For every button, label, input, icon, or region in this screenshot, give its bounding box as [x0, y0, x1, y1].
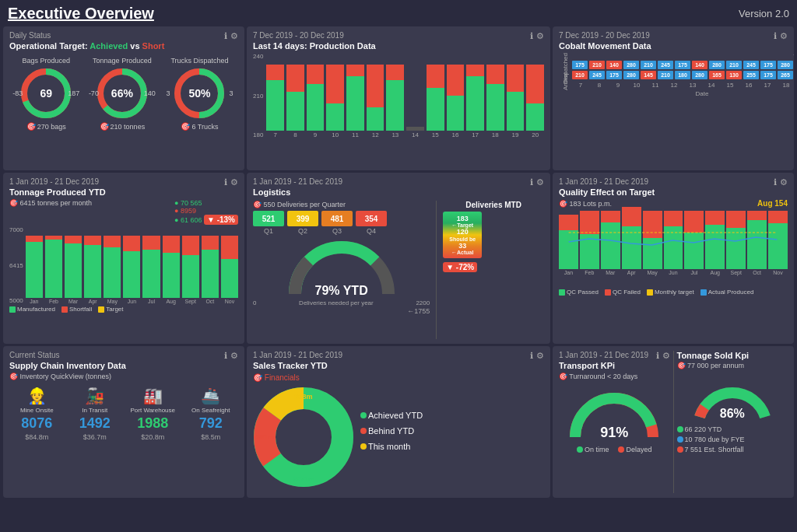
transport-panel: 1 Jan 2019 - 21 Dec 2019 Transport KPi ℹ… — [553, 346, 794, 498]
ytd-bars: Jan Feb Mar Apr May Jun Jul Aug Sept Oct… — [26, 226, 238, 304]
aug-label: Aug 154 — [757, 199, 788, 208]
tonnage-ytd-panel: 1 Jan 2019 - 21 Dec 2019 Tonnage Produce… — [3, 173, 244, 344]
mtd-trend-badge: ▼ -72% — [443, 262, 477, 272]
dispatched-row: 175 210 140 280 210 245 175 140 280 210 … — [572, 61, 794, 69]
tonnage-label: Tonnage Produced — [93, 57, 152, 65]
header-row: Executive Overview Version 2.0 — [3, 3, 794, 24]
daily-status-gauges: Bags Produced 69 -83 187 🎯 270 bags — [9, 57, 238, 131]
info-icon[interactable]: ℹ — [656, 351, 659, 361]
prod-panel-icons[interactable]: ℹ ⚙ — [530, 31, 544, 41]
current-val-label: ←1755 — [253, 307, 430, 315]
prod-y-axis: 240 210 180 — [253, 53, 265, 138]
seafreight-value: 792 — [199, 415, 223, 432]
prod-panel-header: 7 Dec 2019 - 20 Dec 2019 Last 14 days: P… — [253, 31, 544, 51]
bar-10: 10 — [326, 65, 344, 138]
sales-title: Sales Tracker YTD — [253, 361, 342, 370]
info-icon[interactable]: ℹ — [530, 177, 533, 187]
cobalt-row-labels: Dispatched Arrival — [559, 53, 570, 97]
quality-title: Quality Effect on Target — [559, 187, 655, 197]
cobalt-icons[interactable]: ℹ ⚙ — [774, 31, 788, 41]
transit-icon: 🚂 — [85, 387, 104, 405]
achieved-ytd-legend: Achieved YTD — [360, 411, 423, 420]
prod-date-range: 7 Dec 2019 - 20 Dec 2019 — [253, 31, 376, 40]
settings-icon[interactable]: ⚙ — [230, 31, 238, 41]
tonnage-sold-title: Tonnage Sold Kpi — [677, 351, 788, 360]
quality-legend: QC Passed QC Failed Monthly target Actua… — [559, 289, 788, 296]
supply-header: Current Status Supply Chain Inventory Da… — [9, 351, 238, 370]
target-icon: 🎯 — [9, 373, 18, 380]
tonnage-sold-legend: 66 220 YTD 10 780 due by FYE 7 551 Est. … — [677, 425, 788, 453]
tonnage-kpi: ● 70 565 ● 8959 ● 61 606 ▼ -13% — [174, 199, 238, 225]
q1: 521 Q1 — [253, 211, 284, 235]
cobalt-header: 7 Dec 2019 - 20 Dec 2019 Cobalt Movement… — [559, 31, 788, 51]
mtd-panel: Deliveries MTD 183 ←Target 120 Should be… — [443, 201, 544, 339]
cobalt-data: Tonnage Data 175 210 140 280 210 245 175… — [572, 53, 794, 97]
transport-gauge: 91% — [559, 387, 670, 441]
mine-onsite-item: 👷 Mine Onsite 8076 $84.8m — [9, 387, 65, 441]
sales-671m: $671m — [293, 475, 314, 483]
tonnage-chart: 7000 6415 5000 Jan Feb Mar Apr May Jun J… — [9, 226, 238, 304]
info-icon[interactable]: ℹ — [530, 351, 533, 361]
cobalt-panel: 7 Dec 2019 - 20 Dec 2019 Cobalt Movement… — [553, 26, 794, 170]
bar-11: 11 — [346, 65, 364, 138]
info-icon[interactable]: ℹ — [774, 31, 777, 41]
semi-gauge: 79% YTD — [287, 240, 396, 298]
tonnage-sold-kpi: Tonnage Sold Kpi 🎯 77 000 per annum 86% … — [677, 351, 788, 493]
tonnage-right: 140 — [144, 89, 156, 97]
supply-label: Current Status — [9, 351, 126, 359]
operational-target: Operational Target: Achieved vs Short — [9, 41, 164, 51]
sales-68m: $68m — [294, 393, 312, 401]
info-icon[interactable]: ℹ — [774, 177, 777, 187]
trucks-label: Trucks Dispatched — [170, 57, 228, 65]
quality-panel: 1 Jan 2019 - 21 Dec 2019 Quality Effect … — [553, 173, 794, 344]
cobalt-title: Cobalt Movement Data — [559, 41, 651, 51]
7551-item: 7 551 Est. Shortfall — [677, 446, 788, 453]
ytd-pct: 79% YTD — [315, 284, 368, 298]
info-icon[interactable]: ℹ — [224, 177, 227, 187]
tonnage-legend-area: 🎯 6415 tonnes per month ● 70 565 ● 8959 … — [9, 199, 238, 225]
transport-legend: On time Delayed — [559, 446, 670, 453]
bar-16: 16 — [447, 65, 465, 138]
bags-left: -83 — [12, 89, 23, 97]
logistics-left: 🎯 550 Deliveries per Quarter 521 Q1 399 … — [253, 201, 430, 339]
logistics-panel: 1 Jan 2019 - 21 Dec 2019 Logistics ℹ ⚙ 🎯… — [247, 173, 550, 344]
warehouse-label: Port Warehouse — [130, 407, 175, 414]
info-icon[interactable]: ℹ — [224, 31, 227, 41]
settings-icon[interactable]: ⚙ — [536, 31, 544, 41]
transport-subtitle: 🎯 Turnaround < 20 days — [559, 373, 670, 380]
q3: 481 Q3 — [321, 211, 353, 235]
info-icon[interactable]: ℹ — [530, 31, 533, 41]
settings-icon[interactable]: ⚙ — [780, 177, 788, 187]
monthly-target: 🎯 6415 tonnes per month — [9, 199, 92, 207]
target-icon: 🎯 — [677, 362, 686, 369]
trucks-pct: 50% — [188, 87, 210, 100]
trucks-gauge: Trucks Dispatched 50% 3 3 🎯 6 Truck — [170, 57, 228, 131]
transit-label: In Transit — [82, 407, 107, 414]
settings-icon[interactable]: ⚙ — [230, 351, 238, 361]
bar-19: 19 — [507, 65, 525, 138]
panel-icons[interactable]: ℹ ⚙ — [224, 31, 238, 41]
bar-17: 17 — [466, 65, 484, 138]
settings-icon[interactable]: ⚙ — [230, 177, 238, 187]
this-month-legend: This month — [360, 442, 423, 451]
settings-icon[interactable]: ⚙ — [662, 351, 670, 361]
transport-title: Transport KPi — [559, 361, 648, 370]
supply-grid: 👷 Mine Onsite 8076 $84.8m 🚂 In Transit 1… — [9, 387, 238, 441]
transit-value: 1492 — [79, 415, 111, 432]
settings-icon[interactable]: ⚙ — [536, 351, 544, 361]
mtd-chart: 183 ←Target 120 Should be 33 ←Actual ▼ -… — [443, 212, 544, 339]
trend-badge: ▼ -13% — [204, 215, 238, 225]
quarter-bars: 521 Q1 399 Q2 481 Q3 354 — [253, 211, 430, 235]
warehouse-value: 1988 — [137, 415, 168, 432]
tonnage-sold-subtitle: 🎯 77 000 per annum — [677, 362, 788, 369]
supply-chain-panel: Current Status Supply Chain Inventory Da… — [3, 346, 244, 498]
tonnage-date: 1 Jan 2019 - 21 Dec 2019 — [9, 177, 106, 186]
settings-icon[interactable]: ⚙ — [536, 177, 544, 187]
info-icon[interactable]: ℹ — [224, 351, 227, 361]
10780-item: 10 780 due by FYE — [677, 436, 788, 443]
settings-icon[interactable]: ⚙ — [780, 31, 788, 41]
daily-status-panel: Daily Status Operational Target: Achieve… — [3, 26, 244, 170]
seafreight-sub: $8.5m — [201, 433, 220, 441]
quality-target: 🎯 183 Lots p.m. — [559, 200, 612, 208]
target-icon: 🎯 — [253, 373, 262, 382]
